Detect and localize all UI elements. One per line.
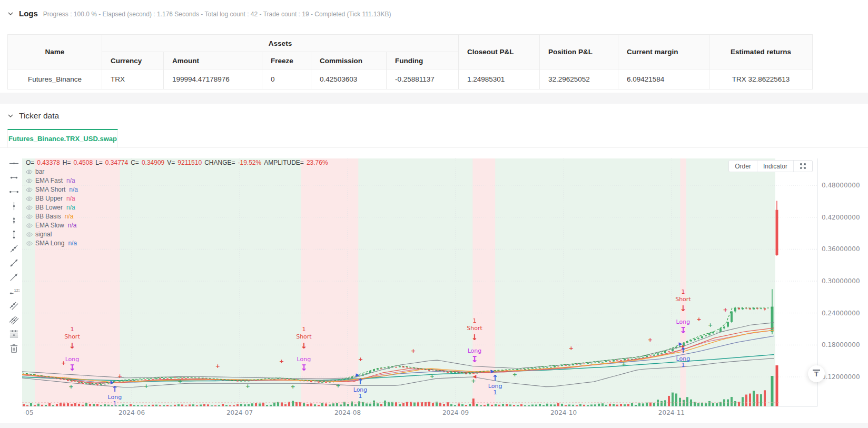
svg-text:Long: Long <box>676 318 691 325</box>
eye-visibility-icon[interactable] <box>26 195 33 202</box>
cell-name: Futures_Binance <box>8 69 102 89</box>
legend-label: BB Basis <box>35 212 61 222</box>
cell-amount: 199994.47178976 <box>164 69 262 89</box>
eye-visibility-icon[interactable] <box>26 204 33 211</box>
vertical-line-icon[interactable] <box>7 228 21 240</box>
horizontal-line-icon[interactable] <box>7 186 21 197</box>
indicator-button[interactable]: Indicator <box>757 161 793 172</box>
svg-text:+: + <box>569 345 574 352</box>
svg-text:0.24000000: 0.24000000 <box>822 310 860 317</box>
svg-text:↓: ↓ <box>471 333 478 342</box>
ticker-section-header[interactable]: Ticker data <box>7 111 59 121</box>
svg-text:2024-09: 2024-09 <box>442 409 469 416</box>
assets-table: Name Assets Closeout P&L Position P&L Cu… <box>7 34 813 89</box>
ohlc-value: 0.4508 <box>73 158 93 168</box>
svg-text:0.30000000: 0.30000000 <box>822 277 860 285</box>
svg-text:↑: ↑ <box>492 373 499 383</box>
vertical-ray-icon[interactable] <box>7 200 21 212</box>
ticker-tabbar: Futures_Binance.TRX_USD.swap <box>0 129 868 148</box>
svg-text:+: + <box>215 363 220 370</box>
ohlc-value: 0.34774 <box>105 158 128 168</box>
col-header-freeze: Freeze <box>262 52 311 69</box>
svg-text:+: + <box>68 383 73 390</box>
ohlc-key: V= <box>167 158 175 168</box>
straight-line-icon[interactable] <box>7 271 21 283</box>
ohlc-key: AMPLITUDE= <box>264 158 304 168</box>
svg-text:↓: ↓ <box>680 304 687 313</box>
svg-text:0.36000000: 0.36000000 <box>822 245 860 253</box>
eye-visibility-icon[interactable] <box>26 213 33 220</box>
cell-funding: -0.25881137 <box>387 69 459 89</box>
back-to-top-button[interactable]: T <box>808 365 825 382</box>
remove-drawing-icon[interactable] <box>7 342 21 354</box>
svg-text:+: + <box>290 383 295 390</box>
table-row: Futures_Binance TRX 199994.47178976 0 0.… <box>8 69 813 89</box>
legend-row: signal <box>26 230 328 239</box>
svg-text:1: 1 <box>681 362 685 369</box>
legend-label: EMA Fast <box>35 176 63 186</box>
ohlc-value: 0.34909 <box>142 158 164 168</box>
legend-value: n/a <box>66 203 75 213</box>
svg-text:Long: Long <box>468 347 482 354</box>
chevron-down-icon[interactable] <box>7 113 14 119</box>
eye-visibility-icon[interactable] <box>26 222 33 229</box>
col-header-current-margin: Current margin <box>618 35 709 69</box>
legend-row: EMA Fast n/a <box>26 176 328 185</box>
horizontal-ray-icon[interactable] <box>7 157 21 169</box>
logs-title: Logs <box>19 9 38 18</box>
svg-text:+: + <box>622 361 626 367</box>
svg-text:1: 1 <box>494 389 497 396</box>
svg-text:Short: Short <box>675 296 691 303</box>
logs-section-header[interactable]: Logs Progress : 100.0 % - Elapsed (secon… <box>7 9 391 18</box>
legend-label: BB Lower <box>35 203 63 213</box>
legend-label: bar <box>35 167 44 177</box>
vertical-segment-icon[interactable] <box>7 214 21 226</box>
eye-visibility-icon[interactable] <box>26 186 33 193</box>
tab-ticker-symbol[interactable]: Futures_Binance.TRX_USD.swap <box>7 129 118 148</box>
svg-text:1: 1 <box>113 400 116 407</box>
cell-closeout-pnl: 1.24985301 <box>459 69 540 89</box>
fibonacci-line-icon[interactable] <box>7 328 21 340</box>
backtest-progress-text: Progress : 100.0 % - Elapsed (second) : … <box>43 11 391 18</box>
legend-row: BB Upper n/a <box>26 194 328 203</box>
legend-value: n/a <box>66 194 75 204</box>
parallel-segment-icon[interactable] <box>7 300 21 311</box>
ticker-chart[interactable]: ++++++++++++++++++++++1Short↓Long↧▶Long1… <box>0 153 868 416</box>
legend-label: EMA Slow <box>35 221 64 231</box>
ray-line-icon[interactable] <box>7 243 21 254</box>
legend-value: n/a <box>66 176 75 186</box>
legend-label: SMA Long <box>35 239 64 248</box>
svg-text:+: + <box>697 316 702 323</box>
svg-text:◀: ◀ <box>472 374 476 379</box>
ohlc-key: O= <box>26 158 34 168</box>
legend-value: n/a <box>68 221 77 231</box>
legend-row: bar <box>26 167 328 176</box>
svg-text:↓: ↓ <box>69 341 76 351</box>
segment-icon[interactable] <box>7 257 21 268</box>
cell-current-margin: 6.09421584 <box>618 69 709 89</box>
svg-text:+: + <box>358 356 363 363</box>
col-header-closeout-pnl: Closeout P&L <box>459 35 540 69</box>
order-button[interactable]: Order <box>729 161 757 172</box>
svg-text:1: 1 <box>302 326 305 333</box>
svg-text:0.48000000: 0.48000000 <box>822 182 860 189</box>
back-to-top-icon: T <box>813 370 820 378</box>
eye-visibility-icon[interactable] <box>26 177 33 184</box>
fullscreen-button[interactable] <box>793 161 812 172</box>
svg-text:+: + <box>117 373 122 380</box>
parallel-line-icon[interactable] <box>7 314 21 325</box>
eye-visibility-icon[interactable] <box>26 231 33 238</box>
col-header-commission: Commission <box>311 52 387 69</box>
horizontal-segment-icon[interactable] <box>7 172 21 183</box>
svg-text:Long: Long <box>297 356 311 363</box>
svg-text:0.12000000: 0.12000000 <box>822 373 860 381</box>
eye-visibility-icon[interactable] <box>26 168 33 175</box>
chevron-down-icon[interactable] <box>7 11 14 17</box>
svg-text:+: + <box>144 383 149 390</box>
ohlc-key: CHANGE= <box>204 158 235 168</box>
eye-visibility-icon[interactable] <box>26 240 33 247</box>
svg-text:123: 123 <box>14 288 19 293</box>
col-header-currency: Currency <box>102 52 164 69</box>
legend-value: n/a <box>69 185 78 195</box>
price-line-icon[interactable]: 123 <box>7 285 21 297</box>
